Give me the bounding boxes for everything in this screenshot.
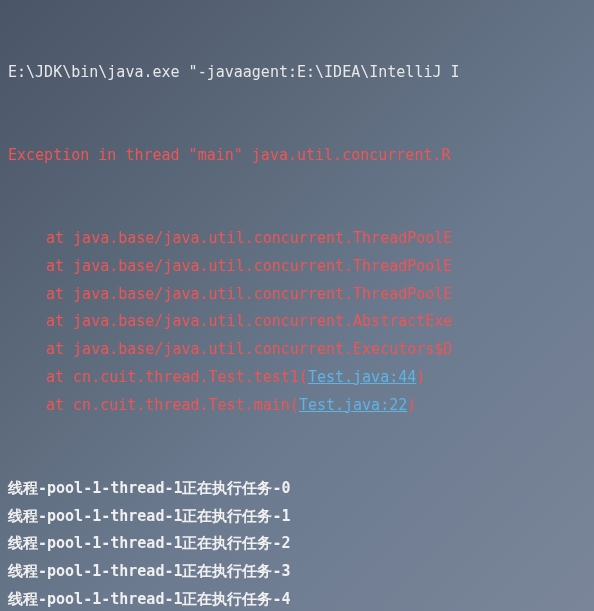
console-output: E:\JDK\bin\java.exe "-javaagent:E:\IDEA\… [0,0,594,611]
stack-frame-suffix: ) [416,368,425,386]
stack-frame-text: at java.base/java.util.concurrent.Thread… [46,285,452,303]
stack-frame: at java.base/java.util.concurrent.Thread… [8,225,586,253]
stack-frame-text: at cn.cuit.thread.Test.main( [46,396,299,414]
stack-trace: at java.base/java.util.concurrent.Thread… [8,225,586,419]
stack-frame-text: at cn.cuit.thread.Test.test1( [46,368,308,386]
stack-frame-suffix: ) [407,396,416,414]
program-output: 线程-pool-1-thread-1正在执行任务-0线程-pool-1-thre… [8,475,586,611]
output-line: 线程-pool-1-thread-1正在执行任务-2 [8,530,586,558]
stack-frame: at java.base/java.util.concurrent.Execut… [8,336,586,364]
stack-frame: at java.base/java.util.concurrent.Thread… [8,253,586,281]
stack-frame: at cn.cuit.thread.Test.test1(Test.java:4… [8,364,586,392]
stack-frame: at java.base/java.util.concurrent.Thread… [8,281,586,309]
stack-frame: at cn.cuit.thread.Test.main(Test.java:22… [8,392,586,420]
stack-frame-text: at java.base/java.util.concurrent.Thread… [46,229,452,247]
output-line: 线程-pool-1-thread-1正在执行任务-1 [8,503,586,531]
stack-frame-text: at java.base/java.util.concurrent.Abstra… [46,312,452,330]
exception-line: Exception in thread "main" java.util.con… [8,142,586,170]
output-line: 线程-pool-1-thread-1正在执行任务-3 [8,558,586,586]
stack-frame: at java.base/java.util.concurrent.Abstra… [8,308,586,336]
source-link[interactable]: Test.java:44 [308,368,416,386]
stack-frame-text: at java.base/java.util.concurrent.Thread… [46,257,452,275]
stack-frame-text: at java.base/java.util.concurrent.Execut… [46,340,452,358]
output-line: 线程-pool-1-thread-1正在执行任务-0 [8,475,586,503]
command-line: E:\JDK\bin\java.exe "-javaagent:E:\IDEA\… [8,59,586,87]
source-link[interactable]: Test.java:22 [299,396,407,414]
output-line: 线程-pool-1-thread-1正在执行任务-4 [8,586,586,611]
